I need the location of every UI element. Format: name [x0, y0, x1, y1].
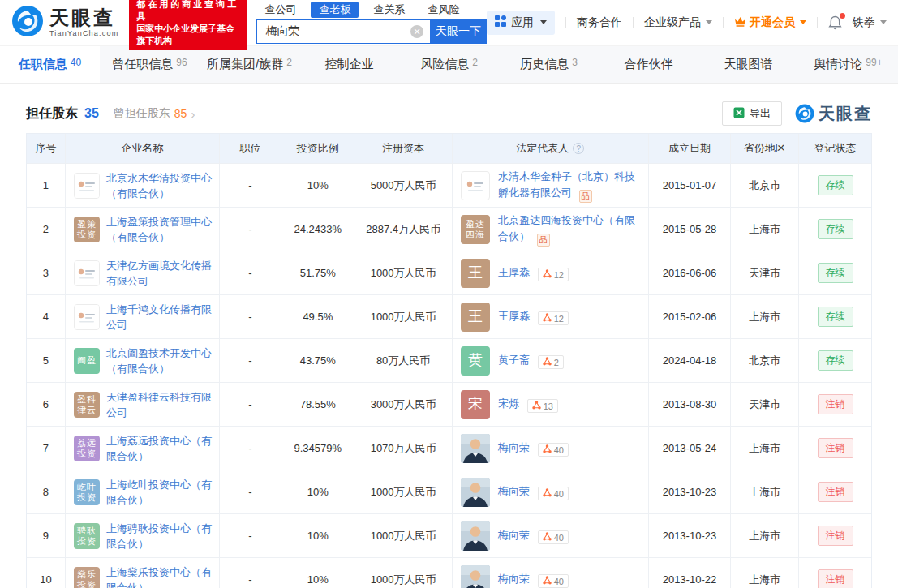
tab-label: 控制企业: [325, 57, 374, 72]
company-name-link[interactable]: 上海骋耿投资中心（有限合伙）: [106, 521, 214, 552]
partner-count-badge[interactable]: 40: [538, 574, 569, 588]
partner-count-badge[interactable]: 12: [538, 311, 569, 325]
company-name-link[interactable]: 上海千鸿文化传播有限公司: [106, 302, 214, 333]
user-menu[interactable]: 铁拳: [853, 15, 887, 30]
relation-graph-icon: [543, 311, 552, 327]
clear-search-icon[interactable]: ✕: [410, 25, 423, 38]
partner-count-badge[interactable]: 2: [538, 355, 564, 369]
menu-item-enterprise[interactable]: 企业级产品: [644, 15, 712, 30]
investment-ratio-cell: 49.5%: [281, 295, 354, 338]
legal-rep-link[interactable]: 北京盈达四海投资中心（有限合伙）: [498, 214, 635, 242]
tab-历史信息[interactable]: 历史信息3: [499, 46, 599, 83]
registered-capital-cell: 1000万人民币: [354, 558, 453, 588]
tianyancha-logo[interactable]: 天眼查 TianYanCha.com: [11, 5, 118, 41]
table-row: 6 盈科律云 天津盈科律云科技有限公司 - 78.55% 3000万人民币 宋 …: [27, 383, 871, 427]
company-name-link[interactable]: 上海燊乐投资中心（有限合伙）: [106, 564, 214, 588]
search-input[interactable]: [256, 19, 430, 44]
past-shareholder-link[interactable]: 曾担任股东 85 ›: [114, 106, 195, 121]
tab-count: 2: [472, 57, 478, 68]
status-badge: 存续: [818, 350, 853, 371]
company-name-link[interactable]: 北京阖盈技术开发中心（有限合伙）: [106, 346, 214, 376]
search-button[interactable]: 天眼一下: [430, 19, 487, 44]
position-cell: -: [220, 514, 282, 557]
tab-控制企业[interactable]: 控制企业: [299, 46, 399, 83]
tab-label: 曾任职信息: [112, 57, 173, 72]
logo-title: 天眼查: [49, 8, 118, 28]
tab-合作伙伴[interactable]: 合作伙伴: [599, 46, 698, 83]
company-name-link[interactable]: 上海盈策投资管理中心（有限合伙）: [106, 214, 214, 245]
partner-count-badge[interactable]: 12: [538, 268, 569, 281]
status-badge: 注销: [818, 569, 853, 588]
legal-rep-link[interactable]: 王厚淼: [498, 266, 530, 278]
company-group-badge[interactable]: 品: [537, 234, 550, 247]
tab-舆情讨论[interactable]: 舆情讨论99+: [798, 46, 898, 83]
row-index: 4: [27, 295, 66, 338]
watermark-logo: 天眼查: [795, 103, 872, 125]
status-cell: 注销: [799, 514, 871, 557]
status-badge: 存续: [818, 219, 853, 239]
chevron-down-icon: [800, 20, 806, 24]
tab-label: 天眼图谱: [724, 57, 773, 72]
company-cell: 盈科律云 天津盈科律云科技有限公司: [66, 383, 220, 426]
company-name-link[interactable]: 天津盈科律云科技有限公司: [106, 389, 214, 420]
rep-avatar: 宋: [461, 390, 490, 419]
table-row: 1 北京水木华清投资中心（有限合伙） - 10% 5000万人民币 水清木华金种…: [27, 164, 871, 208]
tab-曾任职信息[interactable]: 曾任职信息96: [100, 46, 200, 83]
help-icon[interactable]: ?: [573, 143, 584, 154]
tab-label: 历史信息: [520, 57, 569, 72]
company-group-badge[interactable]: 品: [579, 190, 592, 203]
region-cell: 上海市: [731, 208, 799, 251]
column-header-label: 成立日期: [668, 141, 711, 156]
business-label: 商务合作: [577, 15, 622, 30]
company-cell: 屹叶投资 上海屹叶投资中心（有限合伙）: [66, 470, 220, 513]
table-row: 9 骋耿投资 上海骋耿投资中心（有限合伙） - 10% 1000万人民币 梅向荣…: [27, 514, 871, 558]
legal-rep-link[interactable]: 宋烁: [498, 397, 519, 410]
legal-rep-link[interactable]: 梅向荣: [498, 573, 530, 585]
partner-count-badge[interactable]: 40: [538, 443, 569, 457]
region-cell: 北京市: [731, 339, 799, 382]
tab-天眼图谱[interactable]: 天眼图谱: [698, 46, 798, 83]
position-cell: -: [220, 251, 282, 294]
search-tabs: 查公司查老板查关系查风险: [256, 2, 487, 18]
legal-rep-link[interactable]: 梅向荣: [498, 441, 530, 453]
legal-rep-link[interactable]: 王厚淼: [498, 310, 530, 322]
company-cell: 北京水木华清投资中心（有限合伙）: [66, 164, 220, 207]
row-index: 6: [27, 383, 66, 426]
search-tab[interactable]: 查关系: [365, 2, 413, 18]
column-header: 省份地区: [731, 134, 799, 163]
status-badge: 注销: [818, 438, 853, 458]
legal-rep-cell: 梅向荣 40: [453, 470, 649, 513]
company-name-link[interactable]: 北京水木华清投资中心（有限合伙）: [106, 170, 214, 201]
legal-rep-link[interactable]: 水清木华金种子（北京）科技孵化器有限公司: [498, 170, 635, 199]
tab-任职信息[interactable]: 任职信息40: [0, 46, 100, 83]
partner-count-badge[interactable]: 13: [527, 399, 558, 413]
tab-风险信息[interactable]: 风险信息2: [399, 46, 499, 83]
company-name-link[interactable]: 上海荔远投资中心（有限合伙）: [106, 433, 214, 464]
investment-ratio-cell: 43.75%: [281, 339, 354, 382]
tab-所属集团/族群[interactable]: 所属集团/族群2: [200, 46, 299, 83]
legal-rep-link[interactable]: 梅向荣: [498, 529, 530, 541]
establish-date-cell: 2013-05-24: [649, 427, 732, 470]
notifications-bell-icon[interactable]: [828, 15, 842, 30]
menu-item-business[interactable]: 商务合作: [577, 15, 622, 30]
legal-rep-link[interactable]: 黄子斋: [498, 354, 530, 366]
search-tab[interactable]: 查风险: [419, 2, 467, 18]
partner-count-badge[interactable]: 40: [538, 487, 569, 500]
tab-count: 96: [176, 57, 187, 68]
excel-icon: [733, 107, 745, 121]
search-tab[interactable]: 查公司: [256, 2, 304, 18]
search-tab[interactable]: 查老板: [311, 2, 359, 18]
investment-ratio-cell: 10%: [281, 514, 354, 557]
export-button[interactable]: 导出: [722, 101, 782, 126]
partner-count-badge[interactable]: 40: [538, 530, 569, 544]
company-name-link[interactable]: 天津亿方画境文化传播有限公司: [106, 258, 214, 289]
company-name-link[interactable]: 上海屹叶投资中心（有限合伙）: [106, 477, 214, 508]
rep-avatar: [461, 478, 490, 507]
company-logo: 骋耿投资: [74, 523, 100, 549]
apps-menu[interactable]: 应用: [487, 11, 555, 35]
legal-rep-link[interactable]: 梅向荣: [498, 485, 530, 497]
menu-item-vip[interactable]: 开通会员: [734, 15, 806, 30]
establish-date-cell: 2013-10-23: [649, 470, 732, 513]
investment-ratio-cell: 10%: [281, 470, 354, 513]
establish-date-cell: 2015-02-06: [649, 295, 732, 338]
